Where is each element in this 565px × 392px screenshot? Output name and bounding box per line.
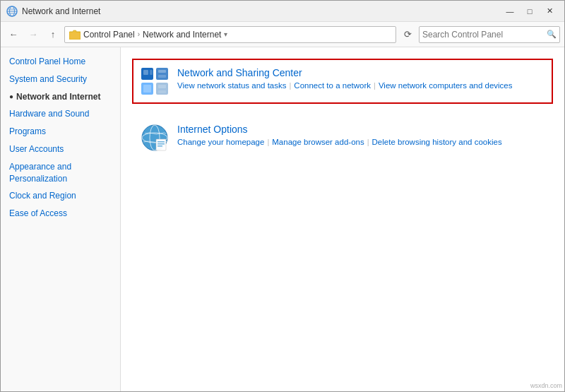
search-box: 🔍	[419, 26, 560, 43]
svg-rect-11	[150, 70, 153, 75]
sidebar-item-hardware-and-sound[interactable]: Hardware and Sound	[1, 105, 120, 123]
forward-button[interactable]: →	[25, 26, 42, 43]
svg-rect-10	[143, 70, 148, 75]
main-content: Control Panel Home System and Security ●…	[1, 47, 564, 392]
sidebar-item-system-and-security[interactable]: System and Security	[1, 71, 120, 88]
svg-rect-7	[156, 68, 168, 80]
address-path: Control Panel › Network and Internet ▾	[64, 26, 396, 43]
network-sharing-center-content: Network and Sharing Center View network …	[177, 67, 545, 90]
sidebar-item-appearance-personalization[interactable]: Appearance and Personalization	[1, 158, 120, 188]
delete-browsing-history-link[interactable]: Delete browsing history and cookies	[372, 138, 502, 146]
search-input[interactable]	[422, 30, 547, 40]
svg-rect-23	[157, 143, 165, 145]
address-bar: ← → ↑ Control Panel › Network and Intern…	[1, 22, 564, 47]
refresh-button[interactable]: ⟳	[399, 26, 416, 43]
search-icon[interactable]: 🔍	[547, 30, 557, 39]
svg-rect-16	[158, 90, 166, 93]
sidebar-item-user-accounts[interactable]: User Accounts	[1, 141, 120, 158]
sidebar: Control Panel Home System and Security ●…	[1, 47, 121, 392]
active-bullet: ●	[9, 92, 13, 102]
content-area: Network and Sharing Center View network …	[121, 47, 564, 392]
breadcrumb-control-panel[interactable]: Control Panel	[83, 30, 135, 40]
title-bar: Network and Internet — □ ✕	[1, 1, 564, 22]
sidebar-item-clock-and-region[interactable]: Clock and Region	[1, 187, 120, 205]
minimize-button[interactable]: —	[501, 4, 519, 18]
svg-rect-14	[143, 85, 151, 93]
svg-rect-12	[158, 70, 166, 73]
svg-rect-21	[156, 139, 166, 150]
connect-to-network-link[interactable]: Connect to a network	[294, 81, 371, 90]
sidebar-item-programs[interactable]: Programs	[1, 123, 120, 141]
maximize-button[interactable]: □	[521, 4, 539, 18]
svg-rect-24	[157, 145, 162, 147]
internet-options-card: Internet Options Change your homepage | …	[132, 115, 553, 160]
internet-options-content: Internet Options Change your homepage | …	[177, 124, 545, 146]
svg-rect-22	[157, 141, 165, 143]
network-sharing-center-icon	[141, 67, 169, 95]
window-icon	[6, 6, 18, 17]
close-button[interactable]: ✕	[540, 4, 559, 18]
sidebar-item-ease-of-access[interactable]: Ease of Access	[1, 205, 120, 222]
title-bar-left: Network and Internet	[6, 6, 100, 17]
back-button[interactable]: ←	[5, 26, 22, 43]
network-sharing-center-title[interactable]: Network and Sharing Center	[177, 67, 545, 78]
folder-icon	[69, 30, 81, 40]
breadcrumb-network-internet[interactable]: Network and Internet	[143, 30, 221, 40]
sidebar-item-control-panel-home[interactable]: Control Panel Home	[1, 53, 120, 71]
internet-options-title[interactable]: Internet Options	[177, 124, 545, 135]
internet-options-icon	[141, 124, 169, 152]
svg-rect-15	[158, 85, 166, 88]
network-sharing-center-card: Network and Sharing Center View network …	[132, 59, 553, 104]
sidebar-item-network-and-internet[interactable]: ● Network and Internet	[1, 88, 120, 106]
change-homepage-link[interactable]: Change your homepage	[177, 138, 264, 146]
window-title: Network and Internet	[22, 6, 100, 16]
title-bar-controls: — □ ✕	[501, 4, 559, 18]
up-button[interactable]: ↑	[44, 26, 61, 43]
svg-rect-5	[69, 32, 81, 40]
manage-browser-addons-link[interactable]: Manage browser add-ons	[272, 138, 364, 146]
svg-rect-13	[158, 75, 166, 78]
view-network-computers-link[interactable]: View network computers and devices	[379, 81, 513, 90]
internet-options-links: Change your homepage | Manage browser ad…	[177, 138, 545, 146]
network-sharing-center-links: View network status and tasks | Connect …	[177, 81, 545, 90]
view-network-status-link[interactable]: View network status and tasks	[177, 81, 286, 90]
